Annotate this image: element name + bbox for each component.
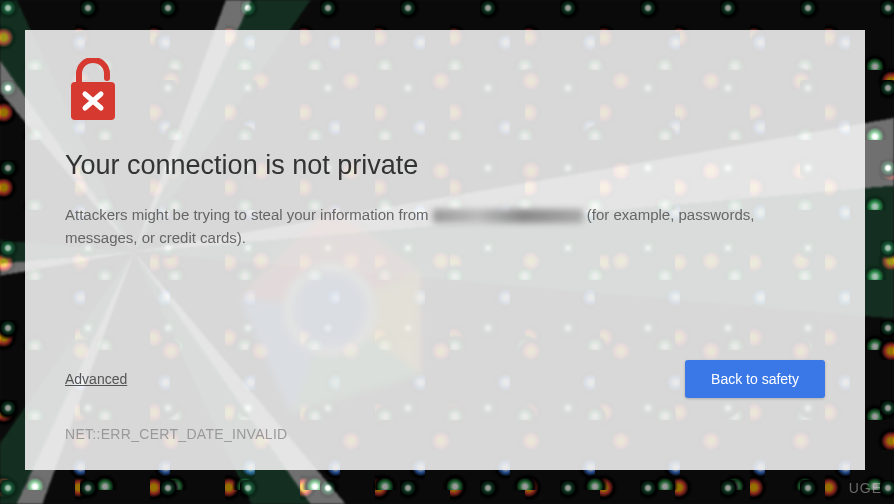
ssl-error-dialog: Your connection is not private Attackers… bbox=[25, 30, 865, 470]
redacted-domain bbox=[433, 209, 583, 223]
watermark: UGE bbox=[849, 480, 882, 496]
error-message: Attackers might be trying to steal your … bbox=[65, 203, 795, 250]
advanced-link[interactable]: Advanced bbox=[65, 371, 127, 387]
lock-broken-icon bbox=[65, 58, 121, 122]
error-heading: Your connection is not private bbox=[65, 150, 825, 181]
dialog-actions: Advanced Back to safety bbox=[65, 360, 825, 398]
back-to-safety-button[interactable]: Back to safety bbox=[685, 360, 825, 398]
message-prefix: Attackers might be trying to steal your … bbox=[65, 206, 433, 223]
error-code: NET::ERR_CERT_DATE_INVALID bbox=[65, 426, 288, 442]
